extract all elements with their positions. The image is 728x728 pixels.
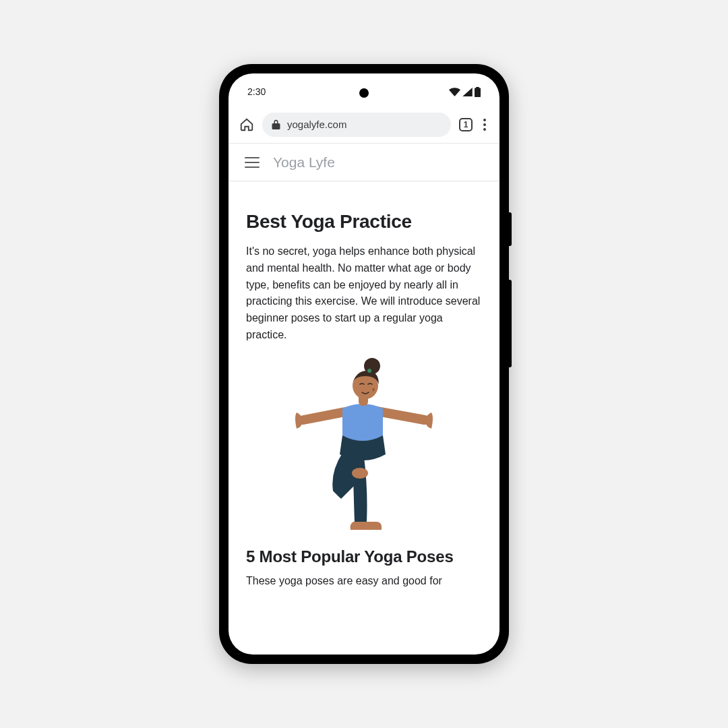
url-text: yogalyfe.com <box>287 119 346 130</box>
volume-button <box>509 280 512 367</box>
tab-count-value: 1 <box>464 120 468 129</box>
svg-point-4 <box>373 388 375 391</box>
power-button <box>509 212 512 246</box>
yoga-illustration <box>246 356 482 538</box>
tabs-button[interactable]: 1 <box>459 118 473 131</box>
site-header: Yoga Lyfe <box>229 144 499 181</box>
cellular-icon <box>462 88 473 96</box>
svg-point-5 <box>352 468 368 479</box>
svg-point-2 <box>364 358 380 374</box>
svg-point-3 <box>367 369 371 373</box>
browser-toolbar: yogalyfe.com 1 <box>229 106 499 144</box>
site-title: Yoga Lyfe <box>273 154 335 171</box>
menu-button[interactable] <box>481 116 489 133</box>
article-heading: Best Yoga Practice <box>246 211 482 233</box>
article-subheading: 5 Most Popular Yoga Poses <box>246 547 482 566</box>
camera-dot <box>359 88 369 98</box>
phone-screen: 2:30 yogalyfe.co <box>229 73 499 655</box>
article-intro: It's no secret, yoga helps enhance both … <box>246 243 482 344</box>
lock-icon <box>272 119 280 129</box>
status-time: 2:30 <box>247 82 266 97</box>
battery-icon <box>475 87 481 97</box>
home-icon[interactable] <box>239 117 254 132</box>
article-subintro: These yoga poses are easy and good for <box>246 573 482 590</box>
phone-frame: 2:30 yogalyfe.co <box>219 64 509 664</box>
article-content[interactable]: Best Yoga Practice It's no secret, yoga … <box>229 181 499 655</box>
wifi-icon <box>449 88 460 96</box>
status-icons <box>449 83 481 97</box>
address-bar[interactable]: yogalyfe.com <box>262 113 451 137</box>
hamburger-icon[interactable] <box>245 157 260 168</box>
